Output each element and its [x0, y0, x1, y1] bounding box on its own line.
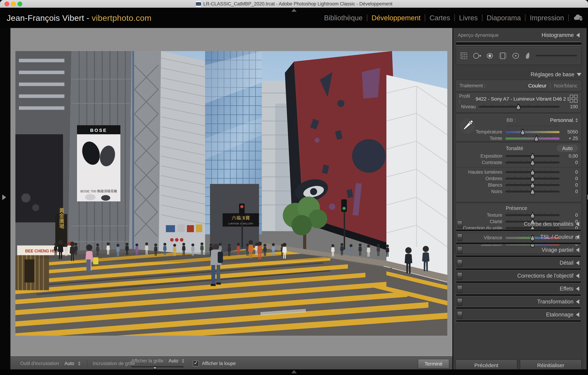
module-print[interactable]: Impression [525, 14, 568, 22]
module-map[interactable]: Cartes [425, 14, 454, 22]
temperature-slider-thumb[interactable] [520, 131, 525, 135]
module-book[interactable]: Livres [455, 14, 482, 22]
expand-panel-icon[interactable] [576, 248, 579, 252]
histogram-strip[interactable] [456, 42, 581, 45]
histogram-title[interactable]: Histogramme [542, 32, 574, 38]
texture-slider[interactable] [505, 214, 560, 216]
identity-plate[interactable]: Jean-François Vibert - vibertphoto.com [7, 13, 152, 23]
panel-detail[interactable]: Détail [455, 259, 582, 267]
red-eye-tool-icon[interactable] [483, 49, 496, 62]
whites-slider[interactable] [505, 184, 560, 186]
panel-split-toning[interactable]: Virage partiel [455, 246, 582, 254]
amount-slider[interactable] [479, 106, 560, 108]
dropdown-arrows-icon[interactable] [575, 118, 578, 122]
expand-panel-icon[interactable] [576, 312, 579, 317]
panel-lens-corrections[interactable]: Corrections de l'objectif [455, 272, 582, 280]
histogram-header[interactable]: Aperçu dynamique Histogramme [458, 31, 580, 39]
treatment-bw-option[interactable]: Noir/blanc [554, 83, 578, 89]
panel-switch[interactable] [457, 298, 462, 306]
expand-panel-icon[interactable] [576, 261, 579, 265]
contrast-slider-thumb[interactable] [530, 162, 535, 166]
highlights-value[interactable]: 0 [560, 170, 578, 175]
shadows-slider[interactable] [505, 178, 560, 180]
collapse-down-icon[interactable] [577, 73, 581, 76]
panel-scrollbar[interactable] [583, 29, 586, 368]
spot-removal-tool-icon[interactable] [470, 49, 483, 62]
panel-switch[interactable] [457, 259, 462, 267]
cloud-sync-icon[interactable] [573, 14, 583, 22]
auto-button[interactable]: Auto [557, 145, 578, 152]
photo-canvas[interactable]: BOSE BOSE 700 無線消噪耳機 [15, 51, 447, 336]
contrast-slider[interactable] [505, 162, 560, 164]
exposure-slider-thumb[interactable] [530, 155, 535, 160]
panel-hsl-color[interactable]: TSL / Couleur [455, 233, 582, 241]
grid-size-slider-thumb[interactable] [153, 366, 157, 369]
exposure-slider[interactable] [505, 155, 560, 157]
module-slideshow[interactable]: Diaporama [483, 14, 525, 22]
whites-slider-thumb[interactable] [530, 184, 535, 189]
tint-slider[interactable] [505, 137, 560, 140]
expand-panel-icon[interactable] [576, 222, 579, 226]
module-develop[interactable]: Développement [367, 14, 425, 22]
right-panel-strip[interactable] [587, 28, 588, 369]
expand-panel-icon[interactable] [576, 235, 579, 239]
temperature-value[interactable]: 5050 [560, 129, 578, 135]
done-button[interactable]: Terminé [418, 359, 449, 368]
expand-panel-icon[interactable] [576, 274, 579, 278]
collapse-left-icon[interactable] [576, 33, 580, 37]
shadows-slider-thumb[interactable] [530, 178, 535, 182]
profile-browser-icon[interactable] [569, 94, 578, 103]
dropdown-arrows-icon[interactable] [567, 97, 569, 101]
overlay-tool-control[interactable]: Outil d'incrustation : Auto [20, 357, 81, 370]
graduated-filter-tool-icon[interactable] [496, 49, 509, 62]
panel-switch[interactable] [457, 221, 462, 228]
show-loupe-control[interactable]: Afficher la loupe [193, 357, 236, 370]
crop-tool-icon[interactable] [457, 49, 470, 62]
expand-panel-icon[interactable] [576, 299, 579, 304]
radial-filter-tool-icon[interactable] [509, 49, 522, 62]
white-balance-eyedropper-icon[interactable] [458, 117, 476, 135]
panel-switch[interactable] [457, 246, 462, 254]
whites-value[interactable]: 0 [560, 182, 578, 188]
dropdown-arrows-icon[interactable] [78, 362, 81, 365]
dropdown-arrows-icon[interactable] [182, 359, 184, 363]
panel-calibration[interactable]: Etalonnage [455, 311, 582, 319]
show-filmstrip-icon[interactable] [291, 370, 297, 373]
panel-effects[interactable]: Effets [455, 285, 582, 293]
blacks-value[interactable]: 0 [560, 189, 578, 194]
highlights-slider[interactable] [505, 171, 560, 173]
panel-switch[interactable] [457, 233, 462, 241]
expand-panel-icon[interactable] [576, 286, 579, 291]
collapse-top-panel-icon[interactable] [291, 9, 297, 12]
show-left-panel-icon[interactable] [2, 194, 6, 200]
panel-switch[interactable] [457, 272, 462, 280]
panel-transform[interactable]: Transformation [455, 298, 582, 306]
shadows-value[interactable]: 0 [560, 176, 578, 181]
amount-slider-thumb[interactable] [516, 106, 521, 110]
tint-slider-thumb[interactable] [534, 137, 539, 142]
treatment-color-option[interactable]: Couleur [528, 83, 546, 89]
wb-value[interactable]: Personnal. [550, 117, 574, 123]
tint-value[interactable]: + 25 [560, 136, 578, 141]
overlay-tool-value[interactable]: Auto [64, 361, 74, 366]
texture-slider-thumb[interactable] [530, 214, 535, 219]
show-grid-control[interactable]: Afficher la grille : Auto [131, 358, 186, 368]
temperature-slider[interactable] [505, 131, 560, 133]
left-panel-strip[interactable] [0, 28, 10, 369]
profile-value[interactable]: 9422 - Sony A7 - Lumineux Vibrant D46 2 [476, 96, 566, 102]
blacks-slider[interactable] [505, 191, 560, 193]
show-loupe-checkbox[interactable] [193, 360, 199, 366]
filmstrip-strip[interactable] [0, 369, 588, 375]
blacks-slider-thumb[interactable] [530, 191, 535, 195]
show-grid-value[interactable]: Auto [168, 358, 178, 364]
basic-panel-header[interactable]: Réglages de base [456, 71, 581, 78]
panel-switch[interactable] [457, 285, 462, 293]
titlebar[interactable]: Lrc LR-CLASSIC_CatMBP_2020.lrcat - Adobe… [0, 0, 588, 8]
contrast-value[interactable]: 0 [560, 160, 578, 165]
grid-size-slider[interactable] [131, 366, 184, 368]
texture-value[interactable]: 0 [560, 213, 578, 218]
panel-tone-curve[interactable]: Courbe des tonalités [455, 220, 582, 228]
highlights-slider-thumb[interactable] [530, 171, 535, 176]
adjustment-brush-tool-icon[interactable] [522, 49, 535, 62]
hide-right-panel-icon[interactable] [587, 194, 588, 200]
